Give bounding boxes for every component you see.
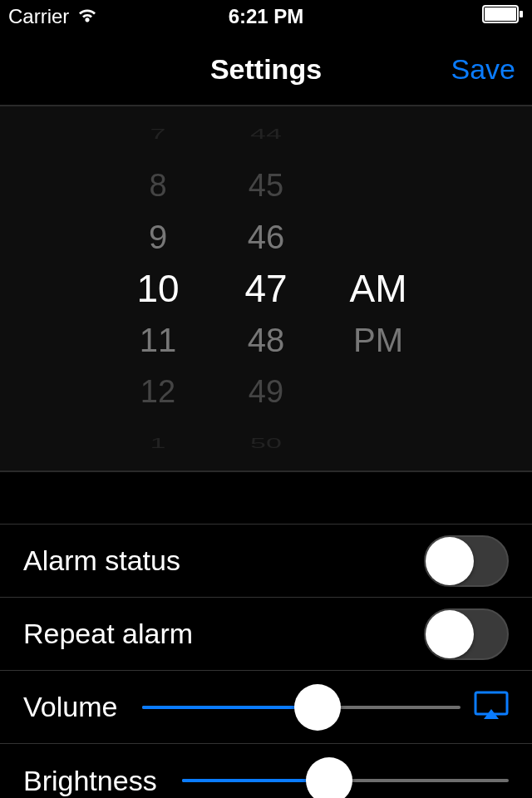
volume-slider[interactable] (142, 691, 461, 724)
ampm-selected: AM (350, 263, 407, 314)
status-right (482, 5, 524, 28)
status-time: 6:21 PM (229, 5, 304, 28)
svg-rect-2 (485, 7, 516, 21)
nav-bar: Settings Save (0, 33, 532, 106)
repeat-alarm-label: Repeat alarm (23, 618, 193, 650)
time-picker[interactable]: 6 7 8 9 10 11 12 1 2 43 44 45 46 47 48 4… (0, 106, 532, 472)
brightness-row: Brightness (0, 744, 532, 798)
volume-label: Volume (23, 691, 117, 723)
repeat-alarm-row: Repeat alarm (0, 598, 532, 671)
save-button[interactable]: Save (451, 53, 516, 86)
volume-row: Volume (0, 671, 532, 744)
brightness-slider[interactable] (182, 764, 509, 797)
brightness-label: Brightness (23, 765, 157, 797)
slider-thumb[interactable] (306, 757, 352, 798)
hour-wheel[interactable]: 6 7 8 9 10 11 12 1 2 (104, 106, 212, 472)
slider-thumb[interactable] (294, 684, 341, 731)
section-gap (0, 472, 532, 524)
switch-knob (426, 610, 474, 658)
wifi-icon (76, 5, 99, 28)
svg-rect-1 (520, 11, 523, 17)
status-bar: Carrier 6:21 PM (0, 0, 532, 33)
alarm-status-row: Alarm status (0, 525, 532, 598)
switch-knob (426, 537, 474, 585)
settings-list: Alarm status Repeat alarm Volume Brightn… (0, 524, 532, 798)
page-title: Settings (210, 53, 322, 86)
minute-selected: 47 (244, 263, 287, 314)
alarm-status-switch[interactable] (424, 535, 509, 587)
airplay-icon[interactable] (474, 691, 509, 724)
hour-selected: 10 (136, 263, 179, 314)
alarm-status-label: Alarm status (23, 544, 180, 577)
status-left: Carrier (8, 5, 99, 28)
repeat-alarm-switch[interactable] (424, 608, 509, 660)
carrier-label: Carrier (8, 5, 69, 28)
ampm-wheel[interactable]: AM PM (320, 106, 428, 472)
minute-wheel[interactable]: 43 44 45 46 47 48 49 50 51 (212, 106, 320, 472)
battery-icon (482, 5, 524, 28)
